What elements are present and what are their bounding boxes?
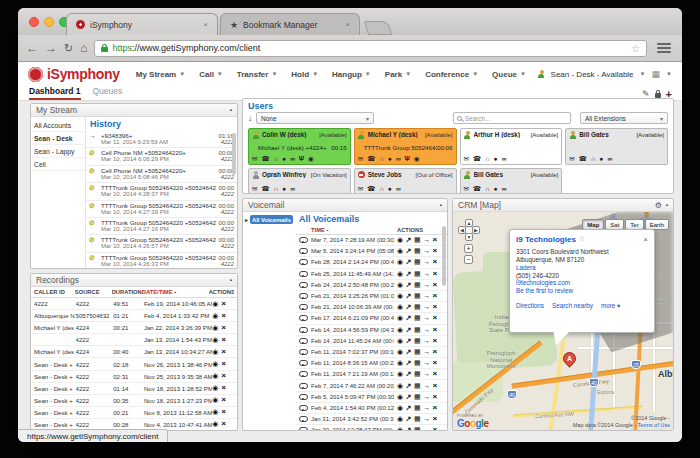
forward-icon[interactable]: [423, 258, 430, 266]
callback-icon[interactable]: [406, 415, 412, 423]
close-window-button[interactable]: [29, 17, 39, 27]
forward-icon[interactable]: [423, 314, 430, 322]
voicemail-row[interactable]: Feb 21, 2014 10:06:39 AM (00:23): [295, 302, 447, 313]
callback-icon[interactable]: [406, 270, 412, 278]
delete-voicemail-icon[interactable]: [433, 247, 438, 255]
voicemail-row[interactable]: Feb 14, 2014 4:56:59 PM (04:33): [295, 325, 447, 336]
forward-icon[interactable]: [423, 404, 430, 412]
move-to-folder-icon[interactable]: [414, 236, 421, 244]
play-recording-icon[interactable]: [212, 384, 218, 392]
record-icon[interactable]: [494, 156, 498, 163]
callback-icon[interactable]: [406, 348, 412, 356]
reload-button[interactable]: ↻: [64, 43, 73, 54]
play-voicemail-icon[interactable]: [397, 236, 403, 244]
callback-icon[interactable]: [406, 382, 412, 390]
move-to-folder-icon[interactable]: [414, 303, 421, 311]
callback-icon[interactable]: [406, 292, 412, 300]
app-menu-item[interactable]: My Stream▼: [136, 70, 185, 79]
forward-icon[interactable]: [423, 281, 430, 289]
delete-recording-icon[interactable]: [221, 300, 226, 308]
user-presence-selector[interactable]: Sean - Desk - Available: [551, 70, 634, 79]
voicemail-row[interactable]: Feb 14, 2014 11:45:24 AM (00:00): [295, 336, 447, 347]
move-to-folder-icon[interactable]: [414, 281, 421, 289]
recording-row[interactable]: 4222 4222 49:51 Feb 19, 2014 10:46:05 AM: [31, 298, 237, 310]
barge-mic-icon[interactable]: [299, 156, 304, 163]
app-menu-item[interactable]: Transfer▼: [237, 70, 278, 79]
recording-row[interactable]: Sean - Desk + 4222 02:18 Nov 26, 2013 1:…: [31, 358, 237, 370]
home-button[interactable]: ⌂: [80, 42, 87, 54]
link-icon[interactable]: [502, 156, 507, 163]
account-item[interactable]: Cell: [31, 158, 85, 171]
google-map[interactable]: Indian Petroglyph State Park Petroglyph …: [453, 212, 673, 431]
delete-voicemail-icon[interactable]: [433, 404, 438, 412]
voicemail-row[interactable]: Feb 17, 2014 6:21:09 PM (00:41): [295, 313, 447, 324]
user-card[interactable]: Bill Gates [Available]: [565, 128, 668, 165]
history-entry[interactable]: +9348396+ 01:16 Mar 11, 2014 9:29:59 AM …: [86, 131, 237, 148]
forward-icon[interactable]: [423, 247, 430, 255]
pan-down-button[interactable]: ▼: [465, 233, 473, 241]
listen-icon[interactable]: [485, 156, 490, 163]
voicemail-row[interactable]: Feb 7, 2014 7:46:22 AM (00:20): [295, 380, 447, 391]
tab-close-icon[interactable]: ×: [203, 20, 208, 29]
recording-row[interactable]: 4222 Jan 13, 2014 1:54:43 PM: [31, 334, 237, 346]
delete-voicemail-icon[interactable]: [433, 326, 438, 334]
pan-right-button[interactable]: ▶: [472, 226, 480, 234]
voicemail-row[interactable]: Feb 11, 2014 8:36:15 AM (00:22): [295, 358, 447, 369]
callback-icon[interactable]: [406, 426, 412, 431]
delete-voicemail-icon[interactable]: [433, 415, 438, 423]
callback-icon[interactable]: [406, 258, 412, 266]
move-to-folder-icon[interactable]: [414, 337, 421, 345]
history-entry[interactable]: TTTTrunk Group 5052464220 +5052464220+ 0…: [86, 218, 237, 235]
voicemail-row[interactable]: Feb 5, 2014 5:09:47 PM (00:30): [295, 392, 447, 403]
forward-button[interactable]: →: [45, 42, 57, 54]
recording-row[interactable]: Sean - Desk + 4222 02:31 Nov 25, 2013 9:…: [31, 371, 237, 383]
column-header[interactable]: CALLER ID: [34, 289, 75, 295]
listen-icon[interactable]: [379, 156, 384, 163]
play-recording-icon[interactable]: [212, 396, 218, 404]
recording-row[interactable]: Sean - Desk + 4222 01:14 Nov 18, 2013 1:…: [31, 383, 237, 395]
app-menu-item[interactable]: Queue▼: [492, 70, 526, 79]
account-item[interactable]: All Accounts: [31, 119, 85, 132]
user-filter-select[interactable]: None▾: [256, 112, 374, 124]
delete-recording-icon[interactable]: [221, 384, 226, 392]
call-icon[interactable]: [473, 156, 481, 163]
delete-voicemail-icon[interactable]: [433, 382, 438, 390]
move-to-folder-icon[interactable]: [414, 314, 421, 322]
forward-icon[interactable]: [423, 337, 430, 345]
forward-icon[interactable]: [423, 292, 430, 300]
account-item[interactable]: Sean - Lappy: [31, 145, 85, 158]
callback-icon[interactable]: [406, 393, 412, 401]
website-link[interactable]: i9technologies.com: [516, 279, 648, 287]
review-link[interactable]: Be the first to review: [516, 287, 648, 295]
close-icon[interactable]: ×: [643, 235, 648, 244]
email-icon[interactable]: [358, 186, 363, 193]
forward-icon[interactable]: [423, 326, 430, 334]
recording-row[interactable]: Michael Y (des 4224 00:40 Jan 13, 2014 1…: [31, 346, 237, 358]
layout-grid-icon[interactable]: ▦: [652, 69, 661, 79]
voicemail-row[interactable]: Feb 28, 2014 2:14:24 PM (00:42): [295, 257, 447, 268]
call-icon[interactable]: [473, 186, 481, 193]
delete-voicemail-icon[interactable]: [433, 370, 438, 378]
call-icon[interactable]: [367, 186, 375, 193]
voicemail-row[interactable]: Feb 11, 2014 7:21:19 AM (00:12): [295, 369, 447, 380]
play-voicemail-icon[interactable]: [397, 370, 403, 378]
bookmark-star-icon[interactable]: ☆: [631, 43, 640, 54]
play-recording-icon[interactable]: [212, 336, 218, 344]
play-recording-icon[interactable]: [212, 300, 218, 308]
history-entry[interactable]: Cell Phone NM +5052464220+ 00:00 Mar 10,…: [86, 148, 237, 165]
app-menu-item[interactable]: Call▼: [199, 70, 223, 79]
delete-voicemail-icon[interactable]: [433, 270, 438, 278]
delete-voicemail-icon[interactable]: [433, 281, 438, 289]
tree-arrow-icon[interactable]: ▸: [245, 216, 248, 223]
user-card[interactable]: Bill Gates [Available]: [460, 168, 563, 194]
browser-tab-bookmark-manager[interactable]: ★ Bookmark Manager ×: [220, 13, 360, 35]
forward-icon[interactable]: [423, 236, 430, 244]
play-voicemail-icon[interactable]: [397, 404, 403, 412]
app-menu-item[interactable]: Conference▼: [425, 70, 478, 79]
voicemail-row[interactable]: Jan 31, 2014 3:42:52 PM (00:34): [295, 414, 447, 425]
link-icon[interactable]: [396, 186, 401, 193]
browser-tab-isymphony[interactable]: iSymphony ×: [66, 13, 218, 35]
delete-recording-icon[interactable]: [221, 372, 226, 380]
back-button[interactable]: ←: [26, 42, 38, 54]
callback-icon[interactable]: [406, 337, 412, 345]
